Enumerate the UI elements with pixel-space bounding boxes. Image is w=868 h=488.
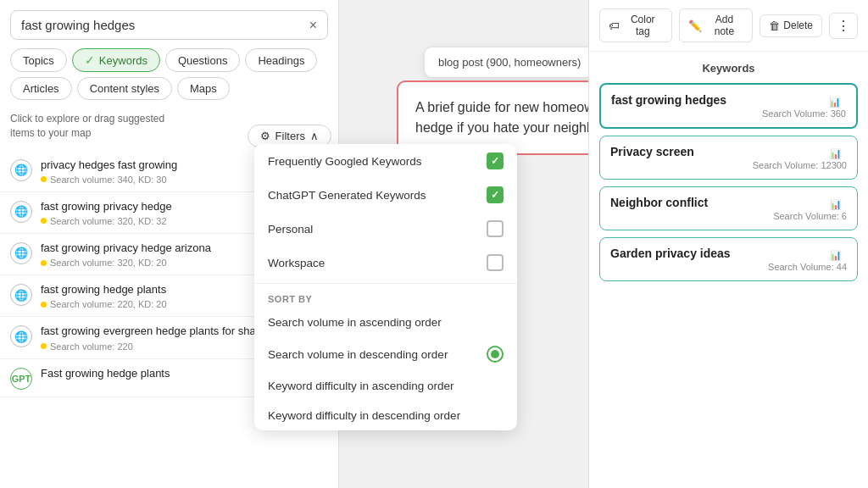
filter-label: Personal <box>268 223 313 236</box>
globe-icon: 🌐 <box>10 325 32 347</box>
sort-kd-asc[interactable]: Keyword difficulty in ascending order <box>254 371 517 401</box>
filter-frequently-googled[interactable]: Frequently Googled Keywords ✓ <box>254 144 517 178</box>
difficulty-dot <box>41 176 47 182</box>
add-note-button[interactable]: ✏️ Add note <box>679 8 754 42</box>
tab-maps[interactable]: Maps <box>177 77 230 100</box>
globe-icon: 🌐 <box>10 284 32 306</box>
radio-inner <box>491 350 499 358</box>
bar-chart-icon: 📊 <box>830 250 842 261</box>
checkmark-icon: ✓ <box>491 155 499 167</box>
difficulty-dot <box>41 260 47 266</box>
right-sidebar: 🏷 Color tag ✏️ Add note 🗑 Delete ⋮ Keywo… <box>588 0 868 488</box>
color-tag-button[interactable]: 🏷 Color tag <box>599 8 672 42</box>
tab-questions[interactable]: Questions <box>165 48 241 72</box>
hint-text: Click to explore or drag suggested items… <box>0 108 186 147</box>
difficulty-dot <box>41 302 47 308</box>
sort-option-label: Search volume in ascending order <box>268 316 442 329</box>
checkbox-checked[interactable]: ✓ <box>487 152 504 169</box>
checkbox-unchecked[interactable] <box>487 220 504 237</box>
add-note-label: Add note <box>705 14 744 37</box>
bar-chart-icon: 📊 <box>829 97 841 108</box>
sort-vol-asc[interactable]: Search volume in ascending order <box>254 308 517 337</box>
globe-icon: 🌐 <box>10 242 32 264</box>
search-bar: × <box>10 10 328 40</box>
gpt-icon: GPT <box>10 368 32 390</box>
filters-label: Filters <box>275 130 305 142</box>
color-tag-label: Color tag <box>623 14 663 37</box>
keyword-card-volume: Search Volume: 6 <box>610 211 847 221</box>
tab-topics[interactable]: Topics <box>10 48 67 72</box>
keyword-card[interactable]: 📊 Privacy screen Search Volume: 12300 <box>599 136 858 180</box>
search-clear-button[interactable]: × <box>309 19 317 32</box>
sort-vol-desc[interactable]: Search volume in descending order <box>254 337 517 371</box>
color-tag-icon: 🏷 <box>609 19 620 32</box>
globe-icon: 🌐 <box>10 201 32 223</box>
keywords-check-icon: ✓ <box>85 53 95 67</box>
filter-label: Workspace <box>268 257 325 269</box>
filter-chatgpt[interactable]: ChatGPT Generated Keywords ✓ <box>254 178 517 212</box>
difficulty-dot <box>41 218 47 224</box>
delete-icon: 🗑 <box>769 19 780 32</box>
add-note-icon: ✏️ <box>688 19 702 32</box>
filter-personal[interactable]: Personal <box>254 212 517 246</box>
right-toolbar: 🏷 Color tag ✏️ Add note 🗑 Delete ⋮ <box>589 0 868 52</box>
sort-label: SORT BY <box>254 287 517 308</box>
tab-articles[interactable]: Articles <box>10 77 72 100</box>
checkbox-unchecked[interactable] <box>487 254 504 271</box>
divider <box>254 283 517 284</box>
search-input[interactable] <box>21 18 309 32</box>
keyword-card-title: Neighbor conflict <box>610 196 847 209</box>
checkmark-icon: ✓ <box>491 189 499 201</box>
keyword-card-title: Privacy screen <box>610 145 847 158</box>
keyword-card[interactable]: 📊 fast growing hedges Search Volume: 360 <box>599 83 858 129</box>
sort-option-label: Keyword difficulty in ascending order <box>268 380 454 392</box>
bar-chart-icon: 📊 <box>830 199 842 210</box>
keywords-panel: Keywords 📊 fast growing hedges Search Vo… <box>589 52 868 298</box>
keyword-card-volume: Search Volume: 12300 <box>610 160 847 170</box>
blog-post-card[interactable]: blog post (900, homeowners) <box>424 47 595 78</box>
tab-headings[interactable]: Headings <box>245 48 317 72</box>
sort-option-label: Keyword difficulty in descending order <box>268 409 460 422</box>
checkbox-checked[interactable]: ✓ <box>487 186 504 203</box>
tab-keywords[interactable]: ✓ Keywords <box>72 48 160 72</box>
tab-content-styles[interactable]: Content styles <box>77 77 172 100</box>
keywords-panel-title: Keywords <box>599 62 858 75</box>
filter-label: ChatGPT Generated Keywords <box>268 189 426 202</box>
filter-workspace[interactable]: Workspace <box>254 246 517 280</box>
filter-label: Frequently Googled Keywords <box>268 155 422 168</box>
keyword-card-title: Garden privacy ideas <box>610 247 847 260</box>
keyword-card-title: fast growing hedges <box>611 93 846 107</box>
sort-kd-desc[interactable]: Keyword difficulty in descending order <box>254 401 517 430</box>
radio-selected-icon <box>487 346 504 363</box>
delete-label: Delete <box>783 19 813 31</box>
keyword-card-volume: Search Volume: 44 <box>610 262 847 272</box>
keyword-card[interactable]: 📊 Garden privacy ideas Search Volume: 44 <box>599 237 858 281</box>
keyword-card[interactable]: 📊 Neighbor conflict Search Volume: 6 <box>599 186 858 230</box>
blog-card-text: blog post (900, homeowners) <box>438 56 581 69</box>
filters-dropdown: Frequently Googled Keywords ✓ ChatGPT Ge… <box>254 144 517 430</box>
chevron-up-icon: ∧ <box>310 130 319 142</box>
bar-chart-icon: 📊 <box>830 148 842 159</box>
sort-option-label: Search volume in descending order <box>268 348 448 361</box>
difficulty-dot <box>41 343 47 349</box>
globe-icon: 🌐 <box>10 159 32 181</box>
more-options-button[interactable]: ⋮ <box>829 13 858 39</box>
keyword-card-volume: Search Volume: 360 <box>611 108 846 119</box>
filter-tabs: Topics ✓ Keywords Questions Headings Art… <box>0 48 338 108</box>
filter-icon: ⚙ <box>260 130 270 142</box>
delete-button[interactable]: 🗑 Delete <box>760 14 822 37</box>
